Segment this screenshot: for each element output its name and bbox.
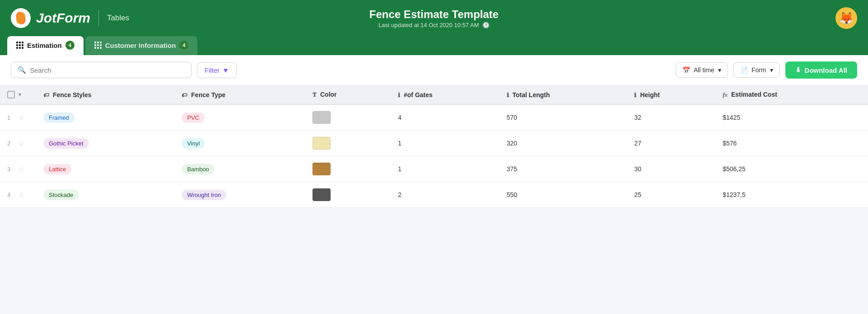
fence-type-tag: Bamboo — [182, 164, 214, 174]
star-icon[interactable]: ☆ — [18, 113, 24, 122]
total-length-cell: 550 — [499, 182, 627, 208]
row-controls-4: 4 ☆ — [0, 182, 36, 208]
tab-estimation-badge: 4 — [65, 41, 75, 50]
select-all-checkbox[interactable] — [7, 91, 15, 98]
num-gates-cell: 1 — [391, 156, 499, 182]
avatar[interactable]: 🦊 — [835, 7, 857, 29]
tab-grid-icon — [16, 42, 23, 49]
color-swatch — [313, 188, 331, 201]
filter-button[interactable]: Filter ▼ — [197, 62, 237, 78]
color-swatch — [313, 111, 331, 124]
col-estimated-cost: fx Estimated Cost — [715, 85, 868, 104]
height-cell: 32 — [627, 104, 715, 131]
tab-customer[interactable]: Customer Information 4 — [85, 36, 198, 55]
search-input[interactable] — [30, 66, 185, 74]
total-length-cell: 570 — [499, 104, 627, 131]
alltime-button[interactable]: 📅 All time ▾ — [676, 62, 728, 78]
jotform-logo-icon — [11, 8, 31, 28]
logo[interactable]: JotForm — [11, 8, 90, 28]
fence-style-tag: Gothic Picket — [43, 138, 89, 149]
tab-estimation[interactable]: Estimation 4 — [7, 36, 84, 55]
fence-style-tag: Framed — [43, 112, 75, 123]
fence-type-cell: Bamboo — [174, 156, 305, 182]
row-number: 2 — [7, 140, 14, 147]
star-icon[interactable]: ☆ — [18, 165, 24, 173]
alltime-chevron: ▾ — [718, 66, 721, 74]
col-color: 𝐓 Color — [305, 85, 391, 104]
fence-style-cell: Lattice — [36, 156, 174, 182]
last-updated: Last updated at 14 Oct 2020 10:57 AM 🕐 — [369, 22, 499, 28]
fence-type-icon: 🏷 — [182, 92, 187, 98]
estimated-cost-cell: $506,25 — [715, 156, 868, 182]
row-number: 3 — [7, 166, 14, 173]
download-icon: ⬇ — [795, 66, 801, 74]
total-length-cell: 375 — [499, 156, 627, 182]
download-label: Download All — [805, 66, 847, 74]
fence-style-cell: Gothic Picket — [36, 131, 174, 156]
fence-type-cell: Vinyl — [174, 131, 305, 156]
toolbar: 🔍 Filter ▼ 📅 All time ▾ 📄 Form ▾ ⬇ Downl… — [0, 55, 868, 85]
tab-customer-badge: 4 — [179, 41, 188, 50]
row-controls-2: 2 ☆ — [0, 131, 36, 156]
tab-customer-grid-icon — [94, 42, 102, 49]
color-swatch — [313, 137, 331, 150]
filter-icon: ▼ — [222, 66, 229, 74]
fence-style-tag: Lattice — [43, 164, 71, 174]
form-label: Form — [751, 66, 766, 74]
col-fence-type: 🏷 Fence Type — [174, 85, 305, 104]
alltime-label: All time — [694, 66, 714, 74]
fence-type-cell: Wrought Iron — [174, 182, 305, 208]
tab-customer-label: Customer Information — [105, 42, 176, 49]
search-box[interactable]: 🔍 — [11, 62, 191, 78]
row-number: 1 — [7, 114, 14, 121]
fence-type-tag: Wrought Iron — [182, 190, 226, 200]
color-cell — [305, 182, 391, 208]
search-icon: 🔍 — [18, 66, 26, 74]
col-select: ▾ — [0, 85, 36, 104]
fence-type-cell: PVC — [174, 104, 305, 131]
estimated-cost-cell: $576 — [715, 131, 868, 156]
total-length-icon: ℹ — [507, 92, 509, 98]
row-controls-3: 3 ☆ — [0, 156, 36, 182]
select-chevron[interactable]: ▾ — [19, 92, 21, 98]
num-gates-cell: 4 — [391, 104, 499, 131]
fence-style-cell: Framed — [36, 104, 174, 131]
row-number: 4 — [7, 192, 14, 198]
page-title: Fence Estimate Template — [369, 8, 499, 21]
form-chevron: ▾ — [770, 66, 773, 74]
filter-label: Filter — [205, 66, 219, 74]
table-row: 1 ☆ Framed PVC 4 570 32 $1425 — [0, 104, 868, 131]
color-cell — [305, 156, 391, 182]
num-gates-icon: ℹ — [398, 92, 400, 98]
num-gates-cell: 2 — [391, 182, 499, 208]
total-length-cell: 320 — [499, 131, 627, 156]
fence-style-tag: Stockade — [43, 190, 79, 200]
logo-text: JotForm — [36, 10, 90, 26]
download-button[interactable]: ⬇ Download All — [785, 61, 857, 79]
height-icon: ℹ — [634, 92, 636, 98]
calendar-icon: 📅 — [682, 66, 690, 74]
app-header: JotForm Tables Fence Estimate Template L… — [0, 0, 868, 36]
fence-type-tag: PVC — [182, 112, 205, 123]
color-swatch — [313, 163, 331, 175]
fence-styles-icon: 🏷 — [43, 92, 49, 98]
form-button[interactable]: 📄 Form ▾ — [733, 62, 780, 78]
table-row: 2 ☆ Gothic Picket Vinyl 1 320 27 $576 — [0, 131, 868, 156]
star-icon[interactable]: ☆ — [18, 191, 24, 199]
header-center: Fence Estimate Template Last updated at … — [369, 8, 499, 28]
fence-type-tag: Vinyl — [182, 138, 205, 149]
data-table: ▾ 🏷 Fence Styles 🏷 Fence Type 𝐓 Color ℹ — [0, 85, 868, 208]
col-height: ℹ Height — [627, 85, 715, 104]
col-fence-styles: 🏷 Fence Styles — [36, 85, 174, 104]
tabs-bar: Estimation 4 Customer Information 4 — [0, 36, 868, 55]
section-label: Tables — [107, 14, 129, 23]
tab-estimation-label: Estimation — [27, 42, 62, 49]
num-gates-cell: 1 — [391, 131, 499, 156]
height-cell: 25 — [627, 182, 715, 208]
form-icon: 📄 — [740, 66, 748, 74]
estimated-cost-icon: fx — [723, 91, 728, 98]
table-header-row: ▾ 🏷 Fence Styles 🏷 Fence Type 𝐓 Color ℹ — [0, 85, 868, 104]
star-icon[interactable]: ☆ — [18, 139, 24, 148]
height-cell: 30 — [627, 156, 715, 182]
col-total-length: ℹ Total Length — [499, 85, 627, 104]
